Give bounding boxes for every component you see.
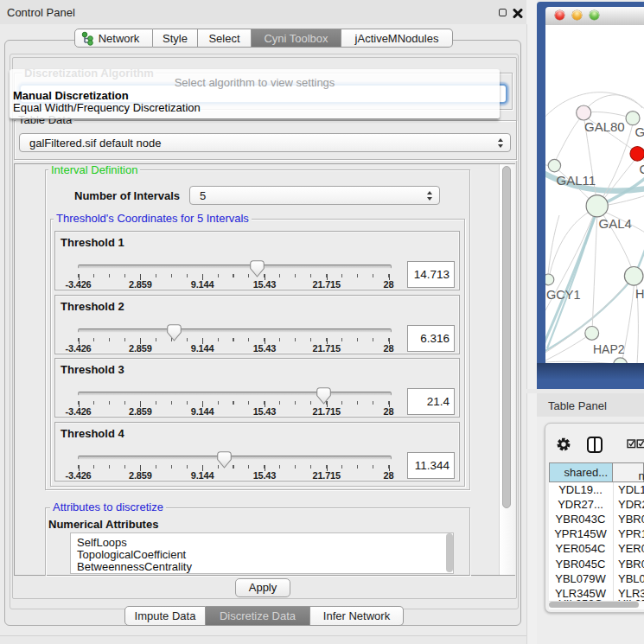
svg-text:GAL11: GAL11: [557, 172, 596, 187]
svg-text:GAL4: GAL4: [599, 215, 632, 230]
svg-text:G.: G.: [635, 124, 644, 138]
svg-text:GAL80: GAL80: [584, 119, 625, 134]
svg-text:GCY1: GCY1: [546, 287, 581, 301]
svg-text:HAP2: HAP2: [593, 341, 625, 355]
svg-text:H: H: [635, 286, 644, 300]
svg-text:G: G: [640, 162, 644, 176]
